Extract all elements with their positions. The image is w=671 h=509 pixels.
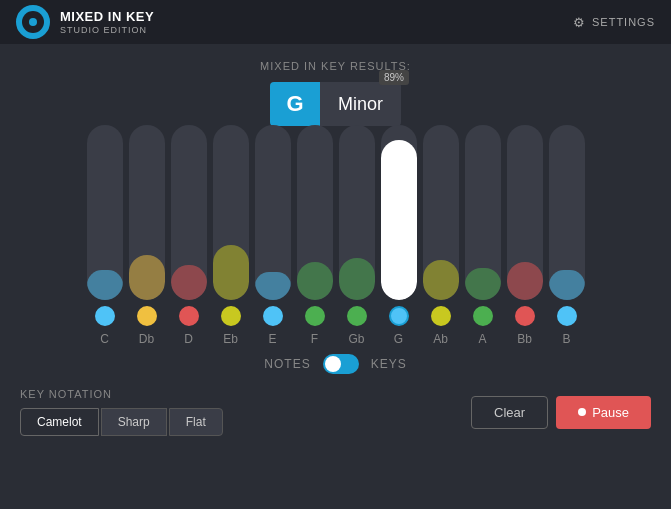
gear-icon: ⚙: [573, 15, 586, 30]
bar-col-f: F: [297, 125, 333, 346]
note-dot: [347, 306, 367, 326]
note-label: C: [90, 332, 120, 346]
note-dot: [431, 306, 451, 326]
logo-area: MIXED IN KEY STUDIO EDITION: [16, 5, 154, 39]
pause-dot-icon: [578, 408, 586, 416]
bar-fill: [549, 270, 585, 300]
bar-fill: [339, 258, 375, 300]
note-label: D: [174, 332, 204, 346]
note-label: Eb: [216, 332, 246, 346]
key-letter: G: [270, 82, 320, 126]
bar-fill: [129, 255, 165, 300]
bar-track: [255, 125, 291, 300]
bar-track: [423, 125, 459, 300]
note-dot: [179, 306, 199, 326]
key-mode: Minor: [320, 82, 401, 126]
bar-col-b: B: [549, 125, 585, 346]
bar-fill: [465, 268, 501, 300]
bar-col-g: G: [381, 125, 417, 346]
logo-text: MIXED IN KEY STUDIO EDITION: [60, 10, 154, 35]
key-notation-label: KEY NOTATION: [20, 388, 223, 400]
bar-col-e: E: [255, 125, 291, 346]
bar-col-db: Db: [129, 125, 165, 346]
bar-col-ab: Ab: [423, 125, 459, 346]
notes-keys-toggle[interactable]: [323, 354, 359, 374]
note-dot: [95, 306, 115, 326]
clear-button[interactable]: Clear: [471, 396, 548, 429]
note-dot: [263, 306, 283, 326]
bar-col-bb: Bb: [507, 125, 543, 346]
bar-fill: [87, 270, 123, 300]
note-dot: [137, 306, 157, 326]
bottom-section: KEY NOTATION CamelotSharpFlat Clear Paus…: [0, 388, 671, 436]
bar-col-c: C: [87, 125, 123, 346]
keys-label: KEYS: [371, 357, 407, 371]
note-label: E: [258, 332, 288, 346]
bar-track: [171, 125, 207, 300]
bar-fill: [507, 262, 543, 300]
bar-track: [381, 125, 417, 300]
bar-track: [213, 125, 249, 300]
confidence-badge: 89%: [379, 70, 409, 85]
note-label: B: [552, 332, 582, 346]
toggle-row: NOTES KEYS: [264, 354, 406, 374]
bar-track: [87, 125, 123, 300]
toggle-knob: [325, 356, 341, 372]
notation-btn-sharp[interactable]: Sharp: [101, 408, 167, 436]
bar-fill: [381, 140, 417, 300]
piano-section: CDbDEbEFGbGAbABbB: [0, 146, 671, 346]
note-label: G: [384, 332, 414, 346]
pause-label: Pause: [592, 405, 629, 420]
bar-fill: [423, 260, 459, 300]
bar-fill: [297, 262, 333, 300]
notation-btn-flat[interactable]: Flat: [169, 408, 223, 436]
logo-icon: [16, 5, 50, 39]
note-label: Ab: [426, 332, 456, 346]
note-dot: [515, 306, 535, 326]
bar-track: [507, 125, 543, 300]
bar-track: [129, 125, 165, 300]
bar-track: [297, 125, 333, 300]
settings-label: SETTINGS: [592, 16, 655, 28]
notation-btn-camelot[interactable]: Camelot: [20, 408, 99, 436]
note-label: Bb: [510, 332, 540, 346]
main-content: MIXED IN KEY RESULTS: G Minor 89% CDbDEb…: [0, 44, 671, 436]
logo-edition: STUDIO EDITION: [60, 25, 154, 35]
note-dot: [389, 306, 409, 326]
bar-col-a: A: [465, 125, 501, 346]
notation-buttons: CamelotSharpFlat: [20, 408, 223, 436]
pause-button[interactable]: Pause: [556, 396, 651, 429]
settings-button[interactable]: ⚙ SETTINGS: [573, 15, 655, 30]
note-dot: [557, 306, 577, 326]
bar-fill: [171, 265, 207, 300]
note-label: Gb: [342, 332, 372, 346]
bar-track: [465, 125, 501, 300]
action-buttons: Clear Pause: [471, 396, 651, 429]
bar-col-eb: Eb: [213, 125, 249, 346]
key-result: G Minor 89%: [270, 82, 401, 126]
note-label: Db: [132, 332, 162, 346]
note-label: A: [468, 332, 498, 346]
note-label: F: [300, 332, 330, 346]
note-dot: [221, 306, 241, 326]
bar-col-gb: Gb: [339, 125, 375, 346]
bar-fill: [255, 272, 291, 300]
bar-track: [339, 125, 375, 300]
bar-fill: [213, 245, 249, 300]
bar-track: [549, 125, 585, 300]
note-dot: [305, 306, 325, 326]
note-dot: [473, 306, 493, 326]
key-notation-area: KEY NOTATION CamelotSharpFlat: [20, 388, 223, 436]
notes-label: NOTES: [264, 357, 310, 371]
header: MIXED IN KEY STUDIO EDITION ⚙ SETTINGS: [0, 0, 671, 44]
bar-col-d: D: [171, 125, 207, 346]
logo-brand: MIXED IN KEY: [60, 10, 154, 23]
bars-container: CDbDEbEFGbGAbABbB: [20, 146, 651, 346]
